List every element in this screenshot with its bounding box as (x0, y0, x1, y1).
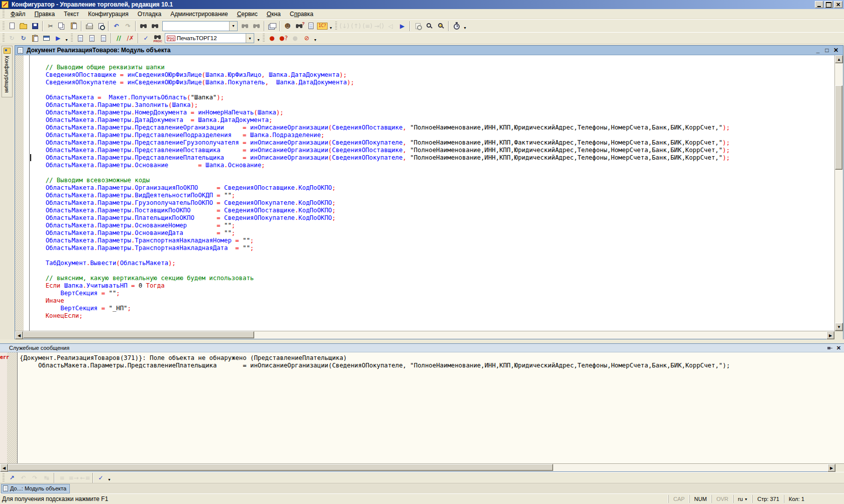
debug-more-button[interactable]: ▾ (64, 33, 69, 44)
indent-left-button[interactable]: ←≡ (79, 472, 91, 483)
nav-back-button[interactable]: ↶ (18, 472, 29, 483)
nav-forward-button[interactable]: ↷ (29, 472, 41, 483)
save-configuration-button[interactable]: ↻ (18, 33, 29, 44)
menu-Правка[interactable]: Правка (30, 9, 60, 19)
comment-button[interactable]: // (113, 33, 125, 44)
message-row[interactable]: ОбластьМакета.Параметры.ПредставлениеПла… (20, 362, 844, 369)
horizontal-scroll-track[interactable] (23, 331, 826, 339)
start-debugging-button[interactable]: ▶ (52, 33, 64, 44)
templates-button[interactable] (305, 21, 316, 32)
window-tab-module[interactable]: До...: Модуль объекта (1, 484, 70, 493)
text-settings-button[interactable] (435, 21, 447, 32)
toolbar-grip[interactable] (3, 34, 5, 43)
menu-Справка[interactable]: Справка (285, 9, 318, 19)
editor-horizontal-scrollbar[interactable]: ◀ ▶ (15, 331, 843, 339)
uncomment-button[interactable]: /✗ (125, 33, 136, 44)
paste-button[interactable] (68, 21, 79, 32)
toolbar-grip[interactable] (3, 22, 5, 31)
search-combobox-dropdown-button[interactable]: ▼ (229, 22, 237, 31)
menu-Текст[interactable]: Текст (59, 9, 83, 19)
goto-definition-button[interactable]: ↗ (6, 472, 18, 483)
messages-close-icon[interactable]: ✕ (836, 345, 841, 351)
toolbar-grip[interactable] (3, 473, 5, 482)
goto-procedure-button[interactable]: →() (373, 21, 385, 32)
maximize-button[interactable] (824, 1, 833, 8)
redo-button[interactable]: ↷ (122, 21, 134, 32)
menu-Сервис[interactable]: Сервис (233, 9, 262, 19)
breakpoint-condition-button[interactable]: ●? (278, 33, 289, 44)
breakpoint-button[interactable]: ● (266, 33, 278, 44)
procedure-combobox-dropdown-button[interactable]: ▼ (246, 34, 254, 43)
messages-scroll-right-button[interactable]: ▶ (827, 464, 835, 472)
editor-minimize-button[interactable]: _ (813, 47, 822, 54)
horizontal-scroll-thumb[interactable] (23, 331, 254, 338)
vertical-scroll-thumb[interactable] (835, 85, 842, 170)
search-combobox[interactable]: ▼ (162, 21, 238, 31)
minimize-button[interactable] (815, 1, 823, 8)
messages-horizontal-scrollbar[interactable]: ◀ ▶ (0, 463, 844, 471)
scroll-left-button[interactable]: ◀ (15, 331, 23, 339)
code-editor[interactable]: // Выводим общие реквизиты шапки Сведени… (30, 55, 834, 331)
add-template-button[interactable] (74, 33, 86, 44)
configuration-clipboard-button[interactable] (29, 33, 41, 44)
message-row[interactable]: {Документ.РеализацияТоваров(371)}: Поле … (20, 354, 844, 362)
edit-template-button[interactable] (86, 33, 97, 44)
find-button[interactable] (138, 21, 149, 32)
find-procedure-button[interactable]: PROC (152, 33, 163, 44)
breakpoint-disable-button[interactable]: ● (289, 33, 301, 44)
standard-toolbar-more-button[interactable]: ▾ (328, 21, 334, 32)
copy-button[interactable] (56, 21, 68, 32)
menu-Конфигурация[interactable]: Конфигурация (83, 9, 133, 19)
renumber-template-button[interactable] (97, 33, 109, 44)
module-check-button[interactable]: ✓ (95, 472, 107, 483)
print-preview-button[interactable] (95, 21, 107, 32)
copy-window-button[interactable] (266, 21, 278, 32)
undo-button[interactable]: ↶ (111, 21, 122, 32)
stopwatch-button[interactable] (451, 21, 462, 32)
editor-maximize-button[interactable]: □ (822, 47, 831, 54)
prev-procedure-button[interactable]: (↓) (339, 21, 350, 32)
pin-icon[interactable] (827, 345, 832, 351)
syntax-assistant-button[interactable]: ☻ (282, 21, 293, 32)
save-button[interactable] (29, 21, 41, 32)
syntax-check-button[interactable]: ✓ (140, 33, 152, 44)
print-button[interactable] (83, 21, 95, 32)
close-button[interactable]: ✕ (834, 1, 842, 8)
back-navigation-button[interactable]: ◁ (385, 21, 396, 32)
toolbar-grip[interactable] (71, 34, 73, 43)
configuration-window-button[interactable] (41, 33, 52, 44)
find-prev-button[interactable] (239, 21, 251, 32)
help-index-search-button[interactable]: ? (293, 21, 305, 32)
breakpoints-more-button[interactable]: ▾ (312, 33, 318, 44)
find-in-texts-button[interactable] (412, 21, 424, 32)
vertical-scroll-track[interactable] (835, 63, 843, 323)
menu-Файл[interactable]: Файл (6, 9, 30, 19)
find-all-button[interactable] (251, 21, 262, 32)
procedures-list-button[interactable]: (≡) (362, 21, 373, 32)
nav-clear-button[interactable]: ↹ (41, 472, 52, 483)
indent-right-button[interactable]: ≡→ (68, 472, 79, 483)
procedure-combobox[interactable]: F(x)ПечатьТОРГ12▼ (165, 33, 254, 43)
breakpoint-gutter[interactable] (15, 55, 24, 331)
menu-Окна[interactable]: Окна (262, 9, 285, 19)
new-document-button[interactable] (6, 21, 18, 32)
update-configuration-button[interactable]: ↻ (6, 33, 18, 44)
menu-Отладка[interactable]: Отладка (133, 9, 166, 19)
editor-close-button[interactable]: ✕ (831, 47, 840, 54)
next-procedure-button[interactable]: (↑) (350, 21, 362, 32)
language-indicator[interactable]: ru▼ (733, 495, 753, 503)
find-next-button[interactable] (149, 21, 161, 32)
toolbar-options-button[interactable]: ▾ (462, 21, 468, 32)
scroll-right-button[interactable]: ▶ (826, 331, 834, 339)
menu-Администрирование[interactable]: Администрирование (166, 9, 232, 19)
toolbar-grip[interactable] (335, 22, 337, 31)
menu-grip[interactable] (3, 10, 5, 19)
scroll-up-button[interactable]: ▲ (835, 55, 843, 63)
goto-line-button[interactable]: ▶ (396, 21, 408, 32)
bottom-toolbar-more-button[interactable]: ▾ (107, 472, 112, 483)
scroll-down-button[interactable]: ▼ (835, 323, 843, 331)
format-block-button[interactable]: ≡ (56, 472, 68, 483)
cut-button[interactable]: ✂ (45, 21, 56, 32)
messages-scroll-thumb[interactable] (8, 464, 553, 471)
breakpoints-remove-all-button[interactable]: ⊘ (301, 33, 312, 44)
